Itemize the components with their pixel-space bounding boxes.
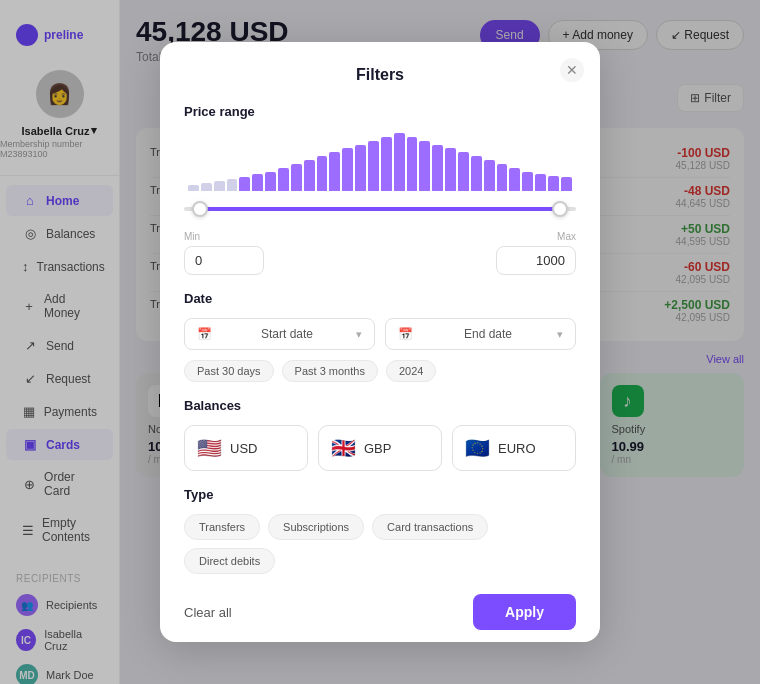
- histogram-bar: [445, 148, 456, 191]
- histogram-bar: [265, 172, 276, 191]
- modal-overlay: Filters ✕ Price range Min Max Date: [0, 0, 760, 684]
- usd-flag: 🇺🇸: [197, 436, 222, 460]
- gbp-flag: 🇬🇧: [331, 436, 356, 460]
- histogram-bar: [304, 160, 315, 191]
- apply-button[interactable]: Apply: [473, 594, 576, 630]
- end-date-select[interactable]: 📅 End date ▾: [385, 318, 576, 350]
- type-chip-subscriptions[interactable]: Subscriptions: [268, 514, 364, 540]
- range-slider[interactable]: [184, 199, 576, 219]
- histogram-bar: [329, 152, 340, 191]
- chevron-down-icon: ▾: [356, 328, 362, 341]
- histogram-bar: [368, 141, 379, 191]
- histogram-bar: [291, 164, 302, 191]
- histogram-bar: [471, 156, 482, 191]
- currency-grid: 🇺🇸 USD 🇬🇧 GBP 🇪🇺 EURO: [184, 425, 576, 471]
- histogram-bar: [497, 164, 508, 191]
- histogram-bar: [458, 152, 469, 191]
- histogram-bar: [419, 141, 430, 191]
- chevron-down-icon-end: ▾: [557, 328, 563, 341]
- min-max-row: Min Max: [184, 231, 576, 275]
- histogram-bar: [214, 181, 225, 191]
- date-chips: Past 30 days Past 3 months 2024: [184, 360, 576, 382]
- histogram-bar: [484, 160, 495, 191]
- min-group: Min: [184, 231, 264, 275]
- histogram-bar: [522, 172, 533, 191]
- calendar-icon-end: 📅: [398, 327, 413, 341]
- eur-flag: 🇪🇺: [465, 436, 490, 460]
- range-fill: [200, 207, 561, 211]
- currency-euro[interactable]: 🇪🇺 EURO: [452, 425, 576, 471]
- date-chip-3months[interactable]: Past 3 months: [282, 360, 378, 382]
- currency-usd[interactable]: 🇺🇸 USD: [184, 425, 308, 471]
- max-input[interactable]: [496, 246, 576, 275]
- histogram-bar: [252, 174, 263, 191]
- histogram-bar: [561, 177, 572, 191]
- filters-modal: Filters ✕ Price range Min Max Date: [160, 42, 600, 642]
- histogram-bar: [407, 137, 418, 191]
- histogram-bar: [535, 174, 546, 191]
- histogram-bar: [394, 133, 405, 191]
- histogram-bar: [548, 176, 559, 191]
- type-chips: Transfers Subscriptions Card transaction…: [184, 514, 576, 574]
- modal-footer: Clear all Apply: [184, 594, 576, 630]
- range-thumb-left[interactable]: [192, 201, 208, 217]
- histogram-bar: [381, 137, 392, 191]
- balances-section: Balances 🇺🇸 USD 🇬🇧 GBP 🇪🇺 EURO: [184, 398, 576, 471]
- modal-title: Filters: [184, 66, 576, 84]
- price-histogram: [184, 131, 576, 191]
- date-chip-2024[interactable]: 2024: [386, 360, 436, 382]
- type-chip-direct-debits[interactable]: Direct debits: [184, 548, 275, 574]
- balances-title: Balances: [184, 398, 576, 413]
- type-chip-card-transactions[interactable]: Card transactions: [372, 514, 488, 540]
- histogram-bar: [201, 183, 212, 191]
- date-section: Date 📅 Start date ▾ 📅 End date ▾ Past 30…: [184, 291, 576, 382]
- histogram-bar: [355, 145, 366, 191]
- histogram-bar: [278, 168, 289, 191]
- type-section: Type Transfers Subscriptions Card transa…: [184, 487, 576, 574]
- range-thumb-right[interactable]: [552, 201, 568, 217]
- start-date-select[interactable]: 📅 Start date ▾: [184, 318, 375, 350]
- date-title: Date: [184, 291, 576, 306]
- type-chip-transfers[interactable]: Transfers: [184, 514, 260, 540]
- max-group: Max: [496, 231, 576, 275]
- calendar-icon: 📅: [197, 327, 212, 341]
- max-label: Max: [557, 231, 576, 242]
- histogram-bar: [239, 177, 250, 191]
- histogram-bar: [342, 148, 353, 191]
- histogram-bar: [509, 168, 520, 191]
- clear-all-button[interactable]: Clear all: [184, 597, 232, 628]
- histogram-bar: [317, 156, 328, 191]
- date-chip-30days[interactable]: Past 30 days: [184, 360, 274, 382]
- histogram-bar: [227, 179, 238, 191]
- date-selects: 📅 Start date ▾ 📅 End date ▾: [184, 318, 576, 350]
- currency-gbp[interactable]: 🇬🇧 GBP: [318, 425, 442, 471]
- min-input[interactable]: [184, 246, 264, 275]
- histogram-bar: [188, 185, 199, 191]
- min-label: Min: [184, 231, 264, 242]
- price-range-title: Price range: [184, 104, 576, 119]
- type-title: Type: [184, 487, 576, 502]
- histogram-bar: [432, 145, 443, 191]
- modal-close-button[interactable]: ✕: [560, 58, 584, 82]
